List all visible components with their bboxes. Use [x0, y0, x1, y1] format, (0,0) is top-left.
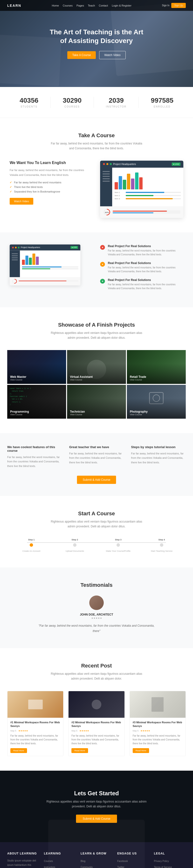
chart-bar [131, 179, 134, 189]
feature-item-2: ● Real Project For Real Solutions Far fa… [100, 261, 183, 274]
cta-button[interactable]: Submit & Add Course [76, 815, 117, 823]
step-1: Step 1 Create An Account [10, 538, 53, 553]
footer-learn-grow-links: Blog Community FAQ Help Center [81, 859, 112, 868]
progress-fill [126, 195, 153, 196]
post-title-1: #1 Minimal Workspace Rooms For Web Savoy… [10, 721, 60, 728]
feature-text-1: Real Project For Real Solutions Far far … [108, 245, 183, 256]
steps-row: Step 1 Create An Account Step 2 Upload D… [10, 538, 183, 553]
project-card-photography[interactable]: Photography View Course [127, 385, 186, 418]
recent-posts-title: Recent Post [7, 663, 186, 669]
watch-more-button[interactable]: Watch Video [10, 198, 33, 205]
feature-col-3-text: Far far away, behind the word mountains,… [131, 451, 186, 465]
testimonial-name: JOHN DOE, ARCHITECT [10, 613, 183, 616]
dash-header: Project Headquarters ● LIVE [100, 161, 183, 168]
dot-red [12, 247, 14, 248]
feature-icon-3: ● [100, 279, 105, 284]
nav-contact[interactable]: Contact [99, 4, 108, 7]
project-card-virtual[interactable]: Virtual Assistant View Course [67, 350, 126, 384]
project-title: Project Headquarters [113, 163, 170, 165]
post-body-1: #1 Minimal Workspace Rooms For Web Savoy… [7, 718, 63, 756]
dash-main: Item 1 Item 2 Item 3 [112, 168, 183, 206]
navbar: LEARN Home Courses Pages Teach Contact L… [0, 0, 193, 11]
footer-legal-title: Legal [154, 852, 186, 855]
dash-body: Item 1 Item 2 Item 3 [100, 168, 183, 206]
dash-sidebar [100, 168, 112, 206]
feature-col-2-title: Great teacher that we have [69, 445, 124, 449]
learn-english-title: We Want You To Learn English [10, 161, 93, 165]
footer-link[interactable]: Terms of Service [154, 866, 172, 868]
nav-login[interactable]: Login & Register [112, 4, 131, 7]
read-more-button-2[interactable]: Read More [71, 748, 88, 753]
footer-link[interactable]: Courses [44, 860, 53, 863]
project-overlay: Web Master View Course [7, 350, 66, 384]
signup-button[interactable]: Sign Up [171, 3, 186, 8]
project-card-technician[interactable]: Technician View Course [67, 385, 126, 418]
dash-main-2 [20, 250, 81, 277]
nav-courses[interactable]: Courses [63, 4, 73, 7]
feature-left: Project Headquarters ● LIVE [10, 245, 93, 285]
sidebar-nav-item [103, 178, 110, 179]
footer-link[interactable]: Privacy Policy [154, 860, 169, 863]
post-excerpt-2: Far far away, behind the word mountains,… [71, 734, 121, 746]
feature-col-1-title: We have coolest features of this course [7, 445, 62, 453]
signin-link[interactable]: Sign In [162, 4, 169, 7]
chart-bar [123, 180, 126, 189]
features-row-section: We have coolest features of this course … [0, 433, 193, 496]
checklist-item: Separated they live in Bookmarksgrove [10, 190, 93, 193]
watch-video-button[interactable]: Watch Video [99, 51, 125, 59]
submit-course-button[interactable]: Submit & Add Course [77, 476, 116, 484]
feature-item-1: ● Real Project For Real Solutions Far fa… [100, 245, 183, 256]
dashboard-mockup: Project Headquarters ● LIVE [100, 161, 183, 218]
take-course-left: We Want You To Learn English Far far awa… [10, 161, 93, 205]
footer-link[interactable]: Blog [81, 860, 85, 863]
progress-fill [126, 192, 164, 193]
cta-sub: Righteous appetites alias verit veniam i… [42, 799, 151, 809]
project-card-programming[interactable]: const learn = () => { return true; }; fu… [7, 385, 66, 418]
progress-row: Item 3 [115, 197, 181, 200]
read-more-button-1[interactable]: Read More [10, 748, 27, 753]
project-overlay: Virtual Assistant View Course [67, 350, 126, 384]
footer-legal-links: Privacy Policy Terms of Service Cookie P… [154, 859, 186, 868]
progress-track [126, 195, 181, 196]
nav-home[interactable]: Home [52, 4, 59, 7]
second-dashboard: Project Headquarters ● LIVE [10, 245, 80, 285]
checklist-item: There live the blind texts [10, 186, 93, 188]
nav-pages[interactable]: Pages [76, 4, 84, 7]
post-image-3 [130, 691, 186, 718]
take-course-button[interactable]: Take A Course [67, 51, 95, 59]
post-card-2: #2 Minimal Workspace Rooms For Web Savoy… [68, 691, 124, 756]
hero-content: The Art of Teaching is the Art of Assist… [50, 28, 143, 59]
chart-bar [135, 173, 139, 189]
hero-section: The Art of Teaching is the Art of Assist… [0, 0, 193, 87]
post-excerpt-3: Far far away, behind the word mountains,… [133, 734, 183, 746]
footer-link[interactable]: Instructors [44, 866, 55, 868]
cta-title: Lets Get Started [10, 790, 183, 797]
nav-teach[interactable]: Teach [88, 4, 95, 7]
step-4: Step 4 Start Teaching Service [140, 538, 183, 553]
read-more-button-3[interactable]: Read More [133, 748, 149, 753]
testimonials-section: Testimonials JOHN DOE, ARCHITECT ★★★★★ "… [0, 567, 193, 648]
post-card-1: #1 Minimal Workspace Rooms For Web Savoy… [7, 691, 64, 756]
footer-link[interactable]: Facebook [117, 860, 128, 863]
recent-posts-sub: Righteous appetites alias verit veniam i… [48, 671, 145, 681]
footer-link[interactable]: Twitter [117, 866, 124, 868]
feature-text-3: Real Project For Real Solutions Far far … [108, 278, 183, 290]
feature-icon-2: ● [100, 262, 105, 267]
progress-row: Item 1 [115, 191, 181, 193]
nav-actions: Sign In Sign Up [162, 3, 186, 8]
checklist: Far far away behind the word mountains T… [10, 181, 93, 193]
showcase-title: Showcase of A Finish Projects [7, 322, 186, 328]
post-body-2: #2 Minimal Workspace Rooms For Web Savoy… [69, 718, 124, 756]
footer-legal: Legal Privacy Policy Terms of Service Co… [154, 852, 186, 868]
project-card-retail[interactable]: Retail Trade View Course [127, 350, 186, 384]
post-meta-3: May 5 ★★★★★ [133, 730, 183, 732]
project-card-web[interactable]: Web Master View Course [7, 350, 66, 384]
sidebar-nav-item [103, 171, 110, 172]
logo[interactable]: LEARN [7, 4, 21, 7]
testimonial-block: JOHN DOE, ARCHITECT ★★★★★ "Far far away,… [10, 595, 183, 634]
take-course-sub: Far far away, behind the word mountains,… [48, 141, 145, 151]
features-3col: We have coolest features of this course … [7, 445, 186, 468]
testimonial-quote: "Far far away, behind the word mountains… [36, 623, 157, 634]
footer-link[interactable]: Community [81, 866, 93, 868]
feature-item-3: ● Real Project For Real Solutions Far fa… [100, 278, 183, 290]
